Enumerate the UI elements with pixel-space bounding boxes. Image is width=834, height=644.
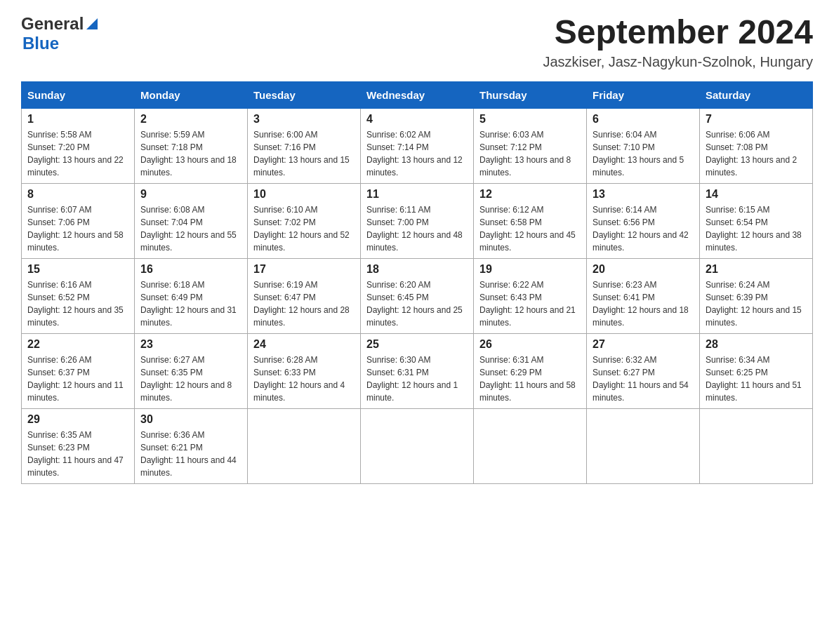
calendar-cell: 10Sunrise: 6:10 AMSunset: 7:02 PMDayligh… <box>248 183 361 258</box>
day-info: Sunrise: 6:27 AMSunset: 6:35 PMDaylight:… <box>140 354 241 404</box>
weekday-header-friday: Friday <box>587 81 700 108</box>
day-number: 1 <box>27 113 128 126</box>
calendar-cell: 19Sunrise: 6:22 AMSunset: 6:43 PMDayligh… <box>474 258 587 333</box>
day-number: 6 <box>593 113 694 126</box>
calendar-cell: 20Sunrise: 6:23 AMSunset: 6:41 PMDayligh… <box>587 258 700 333</box>
day-number: 14 <box>706 188 807 201</box>
calendar-cell: 27Sunrise: 6:32 AMSunset: 6:27 PMDayligh… <box>587 333 700 408</box>
calendar-subtitle: Jaszkiser, Jasz-Nagykun-Szolnok, Hungary <box>543 54 813 70</box>
calendar-cell <box>700 408 813 483</box>
day-info: Sunrise: 6:28 AMSunset: 6:33 PMDaylight:… <box>253 354 355 404</box>
calendar-table: SundayMondayTuesdayWednesdayThursdayFrid… <box>21 81 813 484</box>
day-info: Sunrise: 6:16 AMSunset: 6:52 PMDaylight:… <box>27 279 128 329</box>
calendar-cell: 18Sunrise: 6:20 AMSunset: 6:45 PMDayligh… <box>361 258 474 333</box>
weekday-header-monday: Monday <box>135 81 248 108</box>
day-info: Sunrise: 5:58 AMSunset: 7:20 PMDaylight:… <box>27 128 128 179</box>
calendar-cell: 11Sunrise: 6:11 AMSunset: 7:00 PMDayligh… <box>361 183 474 258</box>
calendar-cell: 3Sunrise: 6:00 AMSunset: 7:16 PMDaylight… <box>248 108 361 183</box>
day-number: 8 <box>27 188 128 201</box>
weekday-header-wednesday: Wednesday <box>361 81 474 108</box>
calendar-cell: 5Sunrise: 6:03 AMSunset: 7:12 PMDaylight… <box>474 108 587 183</box>
day-info: Sunrise: 6:23 AMSunset: 6:41 PMDaylight:… <box>593 279 694 329</box>
day-number: 22 <box>27 338 128 351</box>
day-number: 13 <box>593 188 694 201</box>
title-area: September 2024 Jaszkiser, Jasz-Nagykun-S… <box>543 14 813 70</box>
calendar-week-5: 29Sunrise: 6:35 AMSunset: 6:23 PMDayligh… <box>22 408 813 483</box>
calendar-week-2: 8Sunrise: 6:07 AMSunset: 7:06 PMDaylight… <box>22 183 813 258</box>
day-info: Sunrise: 6:14 AMSunset: 6:56 PMDaylight:… <box>593 203 694 254</box>
day-info: Sunrise: 6:36 AMSunset: 6:21 PMDaylight:… <box>140 429 241 479</box>
day-info: Sunrise: 6:34 AMSunset: 6:25 PMDaylight:… <box>706 354 807 404</box>
weekday-header-thursday: Thursday <box>474 81 587 108</box>
calendar-cell: 30Sunrise: 6:36 AMSunset: 6:21 PMDayligh… <box>135 408 248 483</box>
day-info: Sunrise: 6:02 AMSunset: 7:14 PMDaylight:… <box>366 128 468 179</box>
calendar-cell: 2Sunrise: 5:59 AMSunset: 7:18 PMDaylight… <box>135 108 248 183</box>
logo-blue-text: Blue <box>22 34 59 53</box>
day-number: 27 <box>593 338 694 351</box>
calendar-cell: 24Sunrise: 6:28 AMSunset: 6:33 PMDayligh… <box>248 333 361 408</box>
day-info: Sunrise: 6:22 AMSunset: 6:43 PMDaylight:… <box>479 279 581 329</box>
calendar-cell: 14Sunrise: 6:15 AMSunset: 6:54 PMDayligh… <box>700 183 813 258</box>
day-info: Sunrise: 6:12 AMSunset: 6:58 PMDaylight:… <box>479 203 581 254</box>
day-number: 5 <box>479 113 581 126</box>
day-info: Sunrise: 6:31 AMSunset: 6:29 PMDaylight:… <box>479 354 581 404</box>
calendar-cell: 13Sunrise: 6:14 AMSunset: 6:56 PMDayligh… <box>587 183 700 258</box>
day-number: 30 <box>140 413 241 426</box>
day-number: 16 <box>140 263 241 276</box>
calendar-cell <box>248 408 361 483</box>
logo-triangle-icon <box>85 17 99 31</box>
calendar-week-1: 1Sunrise: 5:58 AMSunset: 7:20 PMDaylight… <box>22 108 813 183</box>
weekday-header-sunday: Sunday <box>22 81 135 108</box>
day-number: 28 <box>706 338 807 351</box>
day-info: Sunrise: 6:04 AMSunset: 7:10 PMDaylight:… <box>593 128 694 179</box>
calendar-cell <box>474 408 587 483</box>
calendar-cell: 28Sunrise: 6:34 AMSunset: 6:25 PMDayligh… <box>700 333 813 408</box>
day-number: 17 <box>253 263 355 276</box>
calendar-cell: 9Sunrise: 6:08 AMSunset: 7:04 PMDaylight… <box>135 183 248 258</box>
day-number: 29 <box>27 413 128 426</box>
day-number: 25 <box>366 338 468 351</box>
day-info: Sunrise: 6:26 AMSunset: 6:37 PMDaylight:… <box>27 354 128 404</box>
day-number: 21 <box>706 263 807 276</box>
day-number: 3 <box>253 113 355 126</box>
day-info: Sunrise: 6:19 AMSunset: 6:47 PMDaylight:… <box>253 279 355 329</box>
day-number: 4 <box>366 113 468 126</box>
day-number: 7 <box>706 113 807 126</box>
calendar-cell: 15Sunrise: 6:16 AMSunset: 6:52 PMDayligh… <box>22 258 135 333</box>
day-number: 19 <box>479 263 581 276</box>
day-info: Sunrise: 6:07 AMSunset: 7:06 PMDaylight:… <box>27 203 128 254</box>
day-number: 18 <box>366 263 468 276</box>
day-info: Sunrise: 6:08 AMSunset: 7:04 PMDaylight:… <box>140 203 241 254</box>
calendar-week-3: 15Sunrise: 6:16 AMSunset: 6:52 PMDayligh… <box>22 258 813 333</box>
calendar-cell <box>587 408 700 483</box>
day-info: Sunrise: 6:18 AMSunset: 6:49 PMDaylight:… <box>140 279 241 329</box>
calendar-cell: 8Sunrise: 6:07 AMSunset: 7:06 PMDaylight… <box>22 183 135 258</box>
day-info: Sunrise: 6:32 AMSunset: 6:27 PMDaylight:… <box>593 354 694 404</box>
calendar-cell: 23Sunrise: 6:27 AMSunset: 6:35 PMDayligh… <box>135 333 248 408</box>
day-number: 24 <box>253 338 355 351</box>
day-info: Sunrise: 6:06 AMSunset: 7:08 PMDaylight:… <box>706 128 807 179</box>
day-info: Sunrise: 5:59 AMSunset: 7:18 PMDaylight:… <box>140 128 241 179</box>
day-number: 23 <box>140 338 241 351</box>
day-info: Sunrise: 6:15 AMSunset: 6:54 PMDaylight:… <box>706 203 807 254</box>
day-info: Sunrise: 6:10 AMSunset: 7:02 PMDaylight:… <box>253 203 355 254</box>
day-info: Sunrise: 6:24 AMSunset: 6:39 PMDaylight:… <box>706 279 807 329</box>
calendar-cell: 17Sunrise: 6:19 AMSunset: 6:47 PMDayligh… <box>248 258 361 333</box>
page-header: General Blue September 2024 Jaszkiser, J… <box>21 14 813 70</box>
day-info: Sunrise: 6:11 AMSunset: 7:00 PMDaylight:… <box>366 203 468 254</box>
weekday-header-saturday: Saturday <box>700 81 813 108</box>
calendar-title: September 2024 <box>543 14 813 51</box>
calendar-cell: 7Sunrise: 6:06 AMSunset: 7:08 PMDaylight… <box>700 108 813 183</box>
svg-marker-0 <box>86 18 98 29</box>
day-info: Sunrise: 6:00 AMSunset: 7:16 PMDaylight:… <box>253 128 355 179</box>
logo: General Blue <box>21 14 99 53</box>
calendar-cell: 6Sunrise: 6:04 AMSunset: 7:10 PMDaylight… <box>587 108 700 183</box>
day-info: Sunrise: 6:03 AMSunset: 7:12 PMDaylight:… <box>479 128 581 179</box>
day-number: 9 <box>140 188 241 201</box>
calendar-cell: 12Sunrise: 6:12 AMSunset: 6:58 PMDayligh… <box>474 183 587 258</box>
weekday-header-tuesday: Tuesday <box>248 81 361 108</box>
calendar-cell: 29Sunrise: 6:35 AMSunset: 6:23 PMDayligh… <box>22 408 135 483</box>
logo-general-text: General <box>21 14 84 34</box>
calendar-cell: 1Sunrise: 5:58 AMSunset: 7:20 PMDaylight… <box>22 108 135 183</box>
day-number: 11 <box>366 188 468 201</box>
